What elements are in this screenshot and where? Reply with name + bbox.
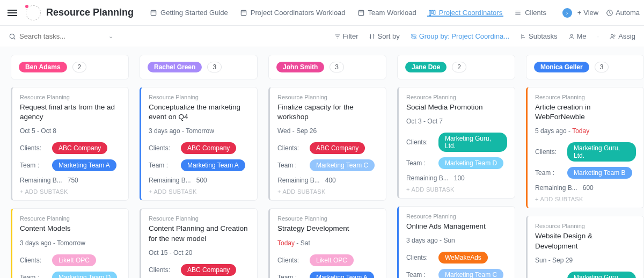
card-title: Strategy Development <box>277 224 378 233</box>
svg-point-12 <box>613 35 615 36</box>
team-chip[interactable]: Marketing Team B <box>567 167 632 179</box>
client-chip[interactable]: Marketing Guru, Ltd. <box>567 142 636 162</box>
card-project-name: Resource Planning <box>406 94 507 100</box>
tab-activity-gantt[interactable]: Activity Gantt <box>553 9 557 17</box>
team-chip[interactable]: Marketing Team D <box>438 157 503 169</box>
svg-rect-1 <box>241 10 246 15</box>
clients-label: Clients: <box>535 148 561 156</box>
column-header[interactable]: Monica Geller3 <box>526 55 644 79</box>
add-subtask-button[interactable]: + ADD SUBTASK <box>149 188 250 195</box>
team-chip[interactable]: Marketing Team A <box>181 159 245 171</box>
card-date-range: 3 days ago - Tomorrow <box>149 127 250 135</box>
card-title: Request final arts from the ad agency <box>20 103 121 122</box>
client-chip[interactable]: ABC Company <box>52 142 107 154</box>
tab-getting-started-guide[interactable]: Getting Started Guide <box>144 9 233 17</box>
column-header[interactable]: John Smith3 <box>268 55 386 79</box>
client-chip[interactable]: ABC Company <box>181 264 236 276</box>
add-subtask-button[interactable]: + ADD SUBTASK <box>535 196 636 202</box>
group-icon <box>411 33 417 40</box>
tab-team-workload[interactable]: Team Workload <box>352 9 422 17</box>
team-label: Team : <box>149 162 174 169</box>
team-chip[interactable]: Marketing Team A <box>310 272 374 278</box>
task-card[interactable]: Resource PlanningContent Planning and Cr… <box>140 208 258 278</box>
column-header[interactable]: Rachel Green3 <box>140 55 258 79</box>
team-chip[interactable]: Marketing Team C <box>310 159 375 171</box>
client-chip[interactable]: Marketing Guru, Ltd. <box>438 133 507 152</box>
task-card[interactable]: Resource PlanningStrategy DevelopmentTod… <box>268 208 386 278</box>
client-chip[interactable]: ABC Company <box>310 142 365 154</box>
tab-clients[interactable]: Clients <box>509 9 552 17</box>
client-chip[interactable]: Marketing Guru, Ltd. <box>567 272 636 278</box>
clients-label: Clients: <box>20 257 46 264</box>
tab-project-coordinators[interactable]: Project Coordinators <box>423 9 508 17</box>
remaining-value: 750 <box>68 177 78 184</box>
me-button[interactable]: Me <box>568 32 587 40</box>
card-title: Website Design & Development <box>535 231 636 251</box>
task-card[interactable]: Resource PlanningWebsite Design & Develo… <box>526 216 644 278</box>
team-chip[interactable]: Marketing Team D <box>52 272 117 278</box>
clients-label: Clients: <box>149 266 174 274</box>
remaining-value: 400 <box>325 177 336 184</box>
client-chip[interactable]: ABC Company <box>181 142 236 154</box>
top-navigation: Resource Planning Getting Started GuideP… <box>0 0 644 26</box>
card-title: Article creation in WebForNewbie <box>535 103 636 122</box>
hamburger-menu-icon[interactable] <box>4 6 20 19</box>
tab-label: Project Coordinators Workload <box>251 9 346 17</box>
tabs-scroll-right-icon[interactable]: › <box>562 8 572 18</box>
team-chip[interactable]: Marketing Team A <box>52 159 116 171</box>
assignee-pill: Ben Adams <box>19 62 67 72</box>
team-label: Team : <box>277 274 303 278</box>
clients-label: Clients: <box>149 144 174 152</box>
svg-point-7 <box>10 34 14 38</box>
board-column: Monica Geller3Resource PlanningArticle c… <box>526 55 644 278</box>
sort-button[interactable]: Sort by <box>369 32 399 40</box>
search-icon <box>9 33 16 40</box>
task-card[interactable]: Resource PlanningConceptualize the marke… <box>140 87 258 201</box>
notification-badge <box>24 4 30 9</box>
kanban-board: Ben Adams2Resource PlanningRequest final… <box>0 47 644 278</box>
filter-button[interactable]: Filter <box>334 32 358 40</box>
clients-label: Clients: <box>20 144 46 152</box>
column-header[interactable]: Jane Doe2 <box>397 55 515 79</box>
task-card[interactable]: Resource PlanningSocial Media PromotionO… <box>397 87 515 199</box>
svg-rect-0 <box>151 10 156 15</box>
automations-button[interactable]: Automa <box>606 9 640 17</box>
client-chip[interactable]: WeMakeAds <box>438 252 488 264</box>
card-title: Finalize capacity for the workshop <box>277 103 378 122</box>
column-header[interactable]: Ben Adams2 <box>11 55 129 79</box>
card-date-range: Sun - Sep 29 <box>535 257 636 264</box>
card-date-range: 5 days ago - Today <box>535 127 636 135</box>
team-label: Team : <box>20 162 46 169</box>
tab-project-coordinators-workload[interactable]: Project Coordinators Workload <box>235 9 351 17</box>
card-date-range: 3 days ago - Tomorrow <box>20 239 121 247</box>
card-title: Content Models <box>20 224 121 233</box>
client-chip[interactable]: LikeIt OPC <box>52 254 96 266</box>
task-card[interactable]: Resource PlanningRequest final arts from… <box>11 87 129 201</box>
add-subtask-button[interactable]: + ADD SUBTASK <box>406 186 507 193</box>
task-card[interactable]: Resource PlanningOnline Ads Management3 … <box>397 206 515 278</box>
svg-rect-3 <box>429 10 430 15</box>
subtasks-button[interactable]: Subtasks <box>520 32 557 40</box>
assignees-button[interactable]: Assig <box>610 32 635 40</box>
add-view-button[interactable]: +View <box>577 9 599 17</box>
team-chip[interactable]: Marketing Team C <box>438 269 503 278</box>
remaining-label: Remaining B... <box>406 174 449 182</box>
card-project-name: Resource Planning <box>20 215 121 222</box>
card-project-name: Resource Planning <box>277 94 378 100</box>
board-column: Ben Adams2Resource PlanningRequest final… <box>11 55 129 278</box>
client-chip[interactable]: LikeIt OPC <box>310 254 354 266</box>
chevron-down-icon[interactable]: ⌄ <box>108 33 113 40</box>
group-by-button[interactable]: Group by: Project Coordina... <box>411 32 509 40</box>
assignee-pill: Rachel Green <box>148 62 202 72</box>
search-input[interactable] <box>19 32 94 40</box>
board-column: Rachel Green3Resource PlanningConceptual… <box>140 55 258 278</box>
assignee-pill: Monica Geller <box>534 62 589 72</box>
task-card[interactable]: Resource PlanningContent Models3 days ag… <box>11 208 129 278</box>
add-subtask-button[interactable]: + ADD SUBTASK <box>277 188 378 195</box>
space-icon[interactable] <box>26 5 41 20</box>
team-label: Team : <box>277 162 303 169</box>
add-subtask-button[interactable]: + ADD SUBTASK <box>20 188 121 195</box>
task-card[interactable]: Resource PlanningFinalize capacity for t… <box>268 87 386 201</box>
remaining-label: Remaining B... <box>20 177 62 184</box>
task-card[interactable]: Resource PlanningArticle creation in Web… <box>526 87 644 208</box>
